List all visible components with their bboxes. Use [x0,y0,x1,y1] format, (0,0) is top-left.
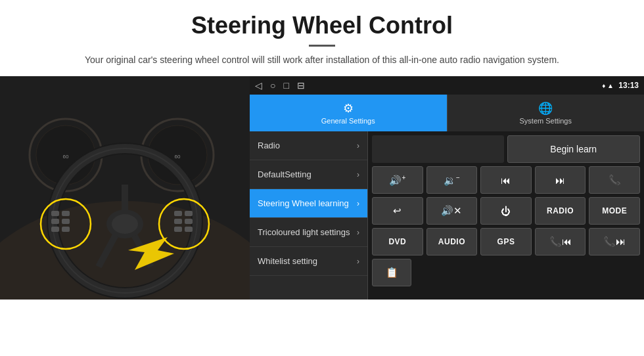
steering-wheel-image: 60 60 [0,76,250,300]
begin-learn-row: Begin learn [372,135,640,163]
bottom-section: 60 60 [0,76,644,300]
status-bar: ◁ ○ □ ⊟ ♦ ▲ 13:13 [250,76,644,95]
begin-learn-button[interactable]: Begin learn [507,135,641,163]
call-end-icon: ↩ [393,205,402,217]
menu-item-radio[interactable]: Radio › [250,131,367,160]
svg-rect-23 [62,227,70,232]
power-icon: ⏻ [501,206,511,217]
audio-label: AUDIO [438,237,465,246]
mute-icon: 🔊✕ [441,205,462,217]
svg-rect-29 [185,227,193,232]
dvd-button[interactable]: DVD [372,228,423,256]
phone-next-icon: 📞⏭ [603,236,626,248]
svg-rect-20 [51,219,59,224]
gps-label: GPS [497,237,515,246]
svg-text:60: 60 [175,154,181,160]
system-settings-icon: 🌐 [538,101,553,116]
control-row-2: ↩ 🔊✕ ⏻ RADIO MODE [372,197,640,225]
subtitle: Your original car's steering wheel contr… [26,53,618,67]
clock: 13:13 [618,81,639,90]
svg-rect-27 [185,219,193,224]
call-end-button[interactable]: ↩ [372,197,423,225]
content-area: Radio › DefaultSetting › Steering Wheel … [250,131,644,300]
svg-rect-22 [51,227,59,232]
page-title: Steering Wheel Control [26,12,618,39]
phone-next-button[interactable]: 📞⏭ [589,228,640,256]
phone-prev-button[interactable]: 📞⏮ [535,228,586,256]
mode-button[interactable]: MODE [589,197,640,225]
phone-icon: 📞 [609,174,621,186]
nav-back-icon[interactable]: ◁ [255,80,262,91]
tab-general-label: General Settings [321,117,375,125]
radio-label-button[interactable]: RADIO [535,197,586,225]
nav-menu-icon[interactable]: ⊟ [297,80,305,91]
power-button[interactable]: ⏻ [480,197,532,225]
general-settings-icon: ⚙ [343,101,354,116]
radio-label: RADIO [547,206,574,215]
svg-rect-21 [62,219,70,224]
menu-item-tricoloured[interactable]: Tricoloured light settings › [250,218,367,247]
nav-recents-icon[interactable]: □ [283,80,288,91]
svg-rect-18 [51,211,59,216]
svg-point-15 [112,214,138,234]
empty-slot [372,135,504,163]
bookmark-icon: 📋 [386,267,398,278]
top-section: Steering Wheel Control Your original car… [0,0,644,76]
menu-radio-label: Radio [258,141,280,150]
gps-button[interactable]: GPS [480,228,532,256]
nav-buttons: ◁ ○ □ ⊟ [255,80,305,91]
chevron-right-icon: › [357,228,359,237]
tab-bar: ⚙ General Settings 🌐 System Settings [250,95,644,131]
svg-text:60: 60 [63,154,69,160]
control-row-1: 🔊+ 🔉− ⏮ ⏭ 📞 [372,166,640,194]
menu-item-default-setting[interactable]: DefaultSetting › [250,160,367,189]
chevron-right-icon: › [357,199,359,208]
menu-tricoloured-label: Tricoloured light settings [258,227,350,237]
volume-up-icon: 🔊+ [389,174,405,187]
volume-down-button[interactable]: 🔉− [426,166,478,194]
title-divider [309,45,335,47]
control-row-4: 📋 [372,259,640,286]
svg-rect-28 [174,227,182,232]
menu-steering-label: Steering Wheel learning [258,198,349,208]
chevron-right-icon: › [357,257,359,266]
menu-default-label: DefaultSetting [258,169,311,179]
svg-rect-24 [174,211,182,216]
tab-system-settings[interactable]: 🌐 System Settings [447,95,645,131]
chevron-right-icon: › [357,141,359,150]
menu-whitelist-label: Whitelist setting [258,256,317,266]
audio-button[interactable]: AUDIO [426,228,478,256]
status-time: ♦ ▲ 13:13 [602,81,639,90]
left-menu: Radio › DefaultSetting › Steering Wheel … [250,131,368,300]
dvd-label: DVD [388,237,406,246]
phone-button[interactable]: 📞 [589,166,640,194]
tab-system-label: System Settings [520,117,572,125]
mute-button[interactable]: 🔊✕ [426,197,478,225]
mode-label: MODE [602,206,627,215]
android-screen: ◁ ○ □ ⊟ ♦ ▲ 13:13 ⚙ General Settings 🌐 S… [250,76,644,300]
next-track-button[interactable]: ⏭ [535,166,586,194]
prev-track-icon: ⏮ [501,175,511,186]
menu-item-steering-wheel[interactable]: Steering Wheel learning › [250,189,367,218]
volume-up-button[interactable]: 🔊+ [372,166,423,194]
nav-home-icon[interactable]: ○ [270,80,275,91]
menu-item-whitelist[interactable]: Whitelist setting › [250,247,367,276]
tab-general-settings[interactable]: ⚙ General Settings [250,95,447,131]
phone-prev-icon: 📞⏮ [549,236,572,248]
next-track-icon: ⏭ [555,175,565,186]
chevron-right-icon: › [357,170,359,179]
wifi-icon: ♦ ▲ [602,82,614,89]
svg-rect-19 [62,211,70,216]
control-panel: Begin learn 🔊+ 🔉− ⏮ ⏭ [368,131,644,300]
svg-rect-25 [185,211,193,216]
control-row-3: DVD AUDIO GPS 📞⏮ 📞⏭ [372,228,640,256]
prev-track-button[interactable]: ⏮ [480,166,532,194]
volume-down-icon: 🔉− [444,174,460,187]
bookmark-button[interactable]: 📋 [372,259,411,286]
svg-rect-26 [174,219,182,224]
